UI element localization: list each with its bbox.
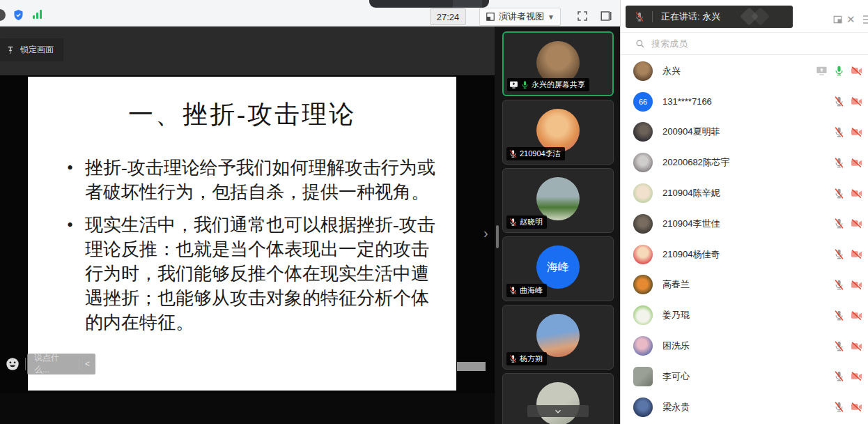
slide-title: 一、挫折-攻击理论 [28,98,456,132]
participant-name: 高春兰 [662,278,833,291]
participant-avatar: 海峰 [536,245,580,289]
mic-muted-icon[interactable] [833,248,845,260]
mic-muted-icon[interactable] [833,126,845,138]
camera-off-icon[interactable] [851,218,862,229]
participant-status-icons [833,157,862,169]
participant-avatar [633,214,653,234]
camera-off-icon[interactable] [851,65,862,77]
participant-row[interactable]: 李可心 [621,361,868,392]
video-thumbnail[interactable]: 赵晓明 [502,168,614,233]
camera-off-icon[interactable] [851,401,862,413]
brand-watermark-icon [751,7,770,26]
thumbnail-name-label: 赵晓明 [506,215,547,229]
speaker-view-dropdown[interactable]: 演讲者视图 ▼ [479,8,561,26]
camera-off-icon[interactable] [851,126,862,138]
mic-muted-icon[interactable] [833,340,845,352]
mic-muted-icon[interactable] [833,188,845,199]
presentation-canvas: 一、挫折-攻击理论 挫折-攻击理论给予我们如何理解攻击行为或者破坏性行为，包括自… [0,75,495,393]
participant-row[interactable]: 永兴 [621,56,868,86]
participant-status-icons [833,279,862,291]
participant-row[interactable]: 梁永贵 [621,392,868,423]
participant-name: 210904陈辛妮 [662,187,833,199]
mic-muted-icon[interactable] [833,310,845,321]
camera-off-icon[interactable] [851,310,862,321]
participant-status-icons [833,188,862,199]
video-thumbnail-strip: 永兴的屏幕共享210904李洁赵晓明海峰曲海峰杨方朔 [495,26,620,424]
participant-row[interactable]: 210904李世佳 [621,209,868,239]
speaking-banner-label: 正在讲话: 永兴 [661,10,720,23]
mic-muted-icon[interactable] [833,157,845,169]
participant-avatar [633,245,653,264]
slide-bullet: 挫折-攻击理论给予我们如何理解攻击行为或者破坏性行为，包括自杀，提供一种视角。 [65,156,437,204]
thumbnail-name: 210904李洁 [520,149,561,159]
mic-muted-icon [509,218,518,227]
search-members-input[interactable] [651,38,826,49]
participant-row[interactable]: 20200682陈芯宇 [621,147,868,178]
participant-avatar [633,153,653,172]
mic-muted-icon[interactable] [833,370,845,382]
fullscreen-button[interactable] [575,9,589,23]
mic-muted-icon[interactable] [833,218,845,229]
mic-muted-icon [509,354,518,363]
layout-view-icon [486,12,495,22]
side-panel-toggle-button[interactable] [599,9,613,23]
horizontal-scrollbar[interactable] [457,362,486,371]
chevron-down-icon [553,407,563,416]
participant-row[interactable]: 高春兰 [621,270,868,301]
participant-row[interactable]: 200904夏明菲 [621,117,868,148]
participant-name: 困洗乐 [662,340,833,352]
chat-placeholder: 说点什么... [27,352,72,376]
participant-name: 李可心 [662,370,833,383]
video-thumbnail[interactable]: 杨方朔 [502,305,614,370]
search-members-box[interactable] [621,32,868,55]
thumbnail-name-label: 曲海峰 [506,284,547,297]
mic-muted-icon [509,149,518,158]
tray-app-icon[interactable] [0,9,6,21]
emoji-icon[interactable] [4,356,21,372]
expand-thumbnails-icon[interactable]: › [483,226,488,240]
view-mode-label: 演讲者视图 [499,10,544,23]
video-thumbnail[interactable]: 210904李洁 [502,100,614,165]
participant-row[interactable]: 困洗乐 [621,331,868,361]
participant-name: 永兴 [662,65,816,77]
participant-row[interactable]: 210904陈辛妮 [621,178,868,209]
mic-on-icon[interactable] [833,65,845,77]
camera-off-icon[interactable] [851,157,862,169]
mic-muted-icon[interactable] [833,96,845,107]
floating-meeting-toolbar[interactable] [369,0,489,8]
mic-muted-icon[interactable] [833,279,845,291]
video-thumbnail[interactable]: 永兴的屏幕共享 [502,31,614,96]
chat-message-input[interactable]: 说点什么... < [27,354,95,374]
chat-collapse-icon[interactable]: < [79,359,95,369]
camera-off-icon[interactable] [851,96,862,107]
participant-name: 131****7166 [662,96,833,107]
participant-row[interactable]: 210904杨佳奇 [621,239,868,270]
thumbnail-scrollbar[interactable] [496,225,499,248]
camera-off-icon[interactable] [851,370,862,382]
participant-row[interactable]: 66131****7166 [621,86,868,117]
collapse-thumbnails-button[interactable] [527,405,589,417]
camera-off-icon[interactable] [851,248,862,260]
lock-view-button[interactable]: 锁定画面 [0,38,63,61]
mic-muted-icon[interactable] [833,401,845,413]
close-panel-icon[interactable]: ✕ [846,13,855,26]
camera-off-icon[interactable] [851,188,862,199]
screen-share-icon [509,80,518,89]
participant-name: 210904李世佳 [662,218,833,230]
video-thumbnail[interactable] [502,373,614,424]
popout-panel-icon[interactable] [832,15,843,24]
mic-muted-icon [634,11,645,22]
participant-name: 梁永贵 [662,401,833,414]
participant-avatar [536,177,580,220]
mic-muted-icon [509,286,518,295]
video-thumbnail[interactable]: 海峰曲海峰 [502,236,614,301]
participant-row[interactable]: 姜乃琨 [621,300,868,331]
camera-off-icon[interactable] [851,340,862,352]
shield-protect-icon[interactable] [13,9,24,24]
participant-status-icons [833,248,862,260]
participant-list: 永兴66131****7166200904夏明菲20200682陈芯宇21090… [621,56,868,424]
participant-name: 姜乃琨 [662,309,833,321]
pin-icon [6,45,15,55]
camera-off-icon[interactable] [851,279,862,291]
participant-status-icons [833,401,862,413]
